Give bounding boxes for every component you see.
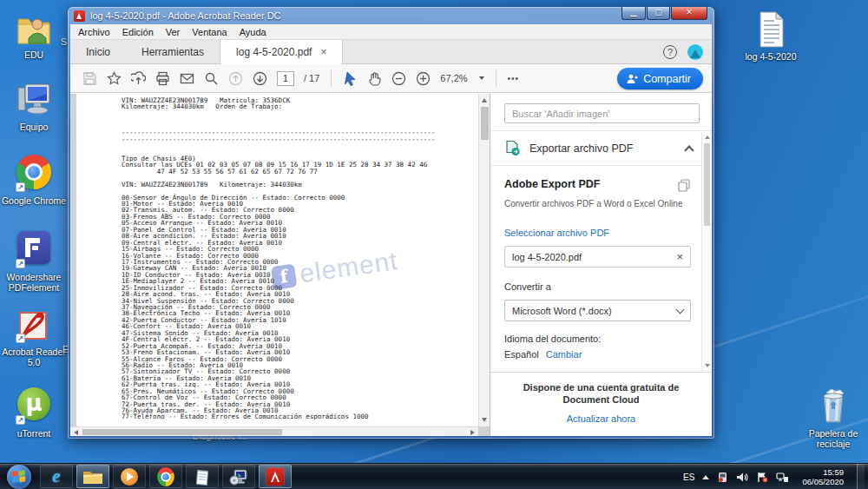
star-icon[interactable] [107,71,122,86]
document-text: VIN: WAUZZZ4E23N001789 Matricula: 3536DC… [122,97,435,420]
page-total: / 17 [304,73,319,83]
user-folder-icon [15,9,53,47]
desktop-icon-log-file[interactable]: log 4-5-2020 [736,10,806,62]
taskbar-notepad-button[interactable] [186,465,219,488]
selected-file-box[interactable]: log 4-5-2020.pdf × [504,246,691,268]
taskbar-chrome-button[interactable] [149,465,182,488]
export-pdf-icon [504,140,521,156]
tools-sidebar: Exportar archivo PDF Adobe Export PDF Co… [490,94,712,436]
upgrade-link[interactable]: Actualizar ahora [567,413,636,424]
save-icon[interactable] [82,71,97,86]
previous-page-icon[interactable] [228,71,243,86]
language-indicator[interactable]: ES [683,472,694,482]
network-icon[interactable] [776,472,789,483]
acrobat-app-icon [74,10,85,22]
hand-tool-icon[interactable] [367,71,382,86]
zoom-level[interactable]: 67,2% [440,73,467,83]
horizontal-scrollbar[interactable] [70,426,478,436]
select-tool-icon[interactable] [343,71,358,86]
taskbar-media-player-button[interactable] [113,465,146,488]
document-line: 77-Teléfono -- Estado: Errores de Comuni… [122,413,435,420]
collapse-chevron-icon[interactable] [684,145,694,155]
language-label: Idioma del documento: [504,334,691,344]
menu-ver[interactable]: Ver [166,27,181,37]
desktop: EDU Equipo ↗ Google Chrome [0,0,868,489]
shortcut-arrow-icon: ↗ [16,182,25,192]
document-line [122,110,435,116]
taskbar-diagnostic-button[interactable] [222,465,255,488]
export-pdf-header[interactable]: Exportar archivo PDF [490,130,712,166]
document-line: Kilometraje: 344030km Orden de Trabajo: [122,103,435,109]
clear-file-icon[interactable]: × [676,250,683,263]
scroll-up-icon[interactable] [482,98,487,102]
scroll-down-icon[interactable] [482,418,487,422]
export-pdf-panel: Adobe Export PDF Convertir archivos PDF … [490,166,712,360]
menu-ventana[interactable]: Ventana [192,27,227,37]
scroll-right-icon[interactable] [470,430,475,435]
user-avatar[interactable] [687,44,703,60]
document-line [122,116,435,122]
desktop-icon-pdfelement[interactable]: ↗ Wondershare PDFelement [0,229,68,293]
footer-text: Dispone de una cuenta gratuita de Docume… [508,381,694,406]
pdf-page[interactable]: f element VIN: WAUZZZ4E23N001789 Matricu… [76,94,478,426]
diagnostic-app-icon [229,468,248,486]
document-line: 47 4F 52 53 55 56 57 61 62 65 67 72 76 7… [122,169,435,175]
sidebar-scroll-thumb[interactable] [704,143,710,226]
action-center-flag-icon[interactable] [756,472,768,483]
vertical-scrollbar[interactable] [478,94,490,426]
page-number-input[interactable] [277,71,294,86]
close-button[interactable]: ✕ [671,7,707,20]
format-select[interactable]: Microsoft Word (*.docx) [504,300,691,321]
search-icon[interactable] [204,71,219,86]
zoom-caret-icon[interactable] [479,76,484,80]
start-button[interactable] [7,465,31,489]
desktop-icon-recycle-bin[interactable]: Papelera de reciclaje [799,387,868,449]
tab-inicio[interactable]: Inicio [70,40,126,63]
select-pdf-link[interactable]: Seleccionar archivo PDF [504,228,691,238]
show-hidden-icons-icon[interactable] [702,475,709,479]
tools-search-input[interactable] [504,103,700,123]
show-desktop-button[interactable] [857,464,865,489]
menu-edicion[interactable]: Edición [122,27,154,37]
upload-cloud-icon[interactable] [131,71,146,86]
taskbar-acrobat-button[interactable] [259,465,292,488]
maximize-button[interactable]: ▢ [647,7,670,20]
desktop-icon-chrome[interactable]: ↗ Google Chrome [0,153,68,206]
zoom-out-icon[interactable] [391,71,406,86]
taskbar-ie-button[interactable]: e [40,465,73,488]
next-page-icon[interactable] [253,71,267,86]
tab-document[interactable]: log 4-5-2020.pdf × [220,40,343,64]
pdfelement-icon: ↗ [15,231,53,269]
scroll-up-icon[interactable] [705,135,710,139]
minimize-button[interactable]: ▁ [621,7,646,20]
desktop-icon-equipo[interactable]: Equipo [0,81,68,132]
scroll-left-icon[interactable] [74,430,78,435]
menu-ayuda[interactable]: Ayuda [240,27,266,37]
desktop-icon-acrobat5[interactable]: ↗ Acrobat Reader 5.0 [0,306,68,367]
window-titlebar[interactable]: log 4-5-2020.pdf - Adobe Acrobat Reader … [68,7,714,24]
change-language-link[interactable]: Cambiar [546,349,582,360]
shortcut-arrow-icon: ↗ [16,259,25,268]
taskbar-explorer-button[interactable] [76,465,109,488]
email-icon[interactable] [180,71,194,86]
horizontal-scroll-thumb[interactable] [82,429,282,435]
taskbar-clock[interactable]: 15:59 06/05/2020 [797,467,849,486]
vertical-scroll-thumb[interactable] [481,107,489,140]
print-icon[interactable] [155,71,170,86]
menu-bar: Archivo Edición Ver Ventana Ayuda [70,24,712,40]
zoom-in-icon[interactable] [416,71,431,86]
volume-icon[interactable] [736,472,748,483]
computer-icon [15,81,53,119]
tray-app-icon[interactable] [717,472,728,483]
tab-herramientas[interactable]: Herramientas [126,40,220,63]
menu-archivo[interactable]: Archivo [78,27,110,37]
tab-close-icon[interactable]: × [320,46,326,58]
scroll-down-icon[interactable] [705,364,710,367]
sidebar-scrollbar[interactable] [701,132,711,371]
share-button[interactable]: Compartir [617,68,703,89]
help-icon[interactable]: ? [663,45,677,59]
folder-icon [82,468,103,486]
desktop-icon-edu[interactable]: EDU [0,9,68,60]
more-tools-button[interactable]: ••• [508,74,520,83]
desktop-icon-utorrent[interactable]: µ ↗ uTorrent [0,386,68,439]
